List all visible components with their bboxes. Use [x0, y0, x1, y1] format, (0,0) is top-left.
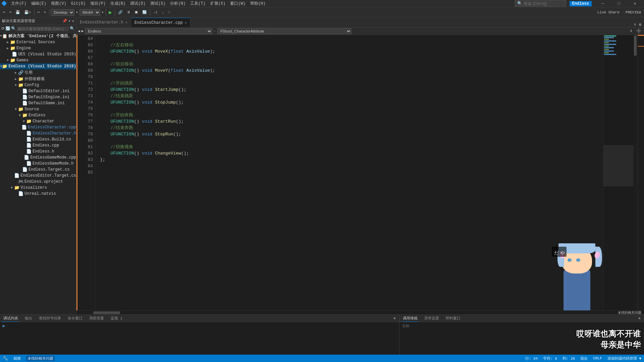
live-share-btn[interactable]: Live Share: [596, 9, 621, 15]
nav-btn2[interactable]: ➕: [635, 28, 643, 34]
tree-item[interactable]: 📄Unreal.natvis: [0, 191, 76, 197]
menu-file[interactable]: 文件(F): [9, 0, 29, 7]
menu-extensions[interactable]: 扩展(X): [208, 0, 228, 7]
tab-close-h[interactable]: ✕: [125, 20, 127, 24]
tab-settings-btn[interactable]: ⚙: [638, 22, 643, 27]
tree-item[interactable]: 📄EndlessCharacter.h: [0, 130, 76, 136]
tree-item[interactable]: ▶📁External Sources: [0, 39, 76, 45]
bottom-left-close[interactable]: ✕: [392, 316, 397, 321]
tree-item[interactable]: 📄Endless.h: [0, 148, 76, 155]
toolbar-save[interactable]: 💾: [14, 9, 22, 15]
tab-callstack[interactable]: 调用堆栈: [401, 315, 419, 322]
tree-item[interactable]: ▼📁Source: [0, 106, 76, 112]
tab-watch[interactable]: 监视 1: [109, 315, 124, 321]
tab-exceptions[interactable]: 异常设置: [423, 315, 440, 321]
tree-item[interactable]: 📄Endless.cpp: [0, 142, 76, 148]
scrollbar-thumb[interactable]: [634, 36, 637, 56]
tree-item[interactable]: 📄EndlessCharacter.cpp: [0, 124, 76, 130]
tab-action-btn[interactable]: ⬇: [633, 22, 638, 27]
tree-item[interactable]: ▼📁Endless (Visual Studio 2019): [0, 63, 76, 69]
menu-build[interactable]: 生成(B): [108, 0, 128, 7]
h-scrollbar-thumb[interactable]: [93, 311, 120, 314]
toolbar-sync[interactable]: ⟳: [1, 26, 5, 31]
menu-help[interactable]: 帮助(H): [248, 0, 268, 7]
toolbar-btn1[interactable]: ⏸: [125, 9, 132, 15]
tree-item[interactable]: ▶📁外部依赖项: [0, 76, 76, 82]
tree-item[interactable]: ▶📁Engine: [0, 45, 76, 51]
nav-back[interactable]: ◀: [78, 29, 80, 33]
toolbar-btn3[interactable]: 🔄: [141, 9, 149, 15]
tree-item[interactable]: 📄EndlessGameMode.h: [0, 161, 76, 167]
menu-analyze[interactable]: 分析(N): [168, 0, 187, 7]
search-input[interactable]: [524, 1, 564, 6]
menu-git[interactable]: Git(G): [69, 1, 88, 7]
toolbar-save-all[interactable]: 💾+: [22, 9, 33, 15]
menu-project[interactable]: 项目(P): [88, 0, 108, 7]
status-add-to-source[interactable]: 添加到源代码管理 ▼: [607, 356, 641, 361]
tab-find-results[interactable]: 查找符号结果: [38, 315, 62, 321]
pin-icon[interactable]: 📌: [62, 19, 67, 23]
toolbar-filter[interactable]: 🔍: [11, 26, 16, 31]
menu-debug[interactable]: 调试(D): [128, 0, 148, 7]
close-panel-icon[interactable]: ✕: [72, 19, 74, 23]
tab-immediate[interactable]: 即时窗口: [444, 315, 462, 321]
tree-item[interactable]: 📄Endless.Target.cs: [0, 167, 76, 173]
toolbar-step-over[interactable]: →|: [152, 9, 159, 15]
search-icon[interactable]: 🔍: [70, 26, 75, 31]
minimize-button[interactable]: ─: [595, 0, 610, 7]
code-content[interactable]: //左右移动 UFUNCTION() void MoveX(float Axis…: [96, 35, 603, 310]
nav-dropdown-left[interactable]: Endless: [85, 28, 212, 34]
preview-btn[interactable]: PREVIEW: [624, 9, 643, 15]
arrow-icon[interactable]: ▾: [68, 19, 71, 23]
toolbar-step-out[interactable]: ↑: [166, 9, 172, 15]
tab-header-cpp[interactable]: EndlessCharacter.cpp ✕: [131, 18, 191, 27]
tree-item[interactable]: 📄EndlessGameMode.cpp: [0, 155, 76, 161]
toolbar-forward[interactable]: ➡: [8, 9, 13, 15]
menu-test[interactable]: 测试(S): [148, 0, 168, 7]
maximize-button[interactable]: □: [611, 0, 627, 7]
tree-item[interactable]: 📄DefaultEngine.ini: [0, 94, 76, 100]
play-button[interactable]: ▶: [107, 8, 113, 16]
nav-forward[interactable]: ▶: [82, 29, 84, 33]
editor-scrollbar[interactable]: [633, 35, 637, 310]
tree-item[interactable]: ▼📁Character: [0, 118, 76, 124]
tree-item[interactable]: ▼📋解决方案 'Endless'(2 个项目, 共 2 个): [0, 33, 76, 39]
tree-item[interactable]: 📄Endless.Build.cs: [0, 136, 76, 142]
tab-debug-list[interactable]: 调试列表: [2, 315, 19, 322]
toolbar-step-into[interactable]: ↓: [160, 9, 166, 15]
search-box[interactable]: 🔍: [515, 0, 566, 7]
tree-item[interactable]: ▼📁Visualizers: [0, 185, 76, 191]
explorer-search[interactable]: [17, 26, 69, 31]
toolbar-refresh[interactable]: 🔃: [5, 26, 10, 31]
tree-item[interactable]: ▼📁Config: [0, 82, 76, 88]
tree-item[interactable]: ▶🔗引用: [0, 69, 76, 76]
menu-tools[interactable]: 工具(T): [188, 0, 208, 7]
tree-item[interactable]: ▼📁Games: [0, 57, 76, 63]
tree-item[interactable]: 🎮Endless.uproject: [0, 179, 76, 185]
menu-window[interactable]: 窗口(W): [228, 0, 248, 7]
code-editor[interactable]: 6465666768697071727374757677787980818283…: [76, 35, 644, 310]
tree-item[interactable]: 📄UE5 (Visual Studio 2019): [0, 51, 76, 57]
bottom-right-close[interactable]: ✕: [637, 316, 642, 321]
tab-command[interactable]: 命令窗口: [66, 315, 84, 321]
close-button[interactable]: ✕: [627, 0, 643, 7]
menu-edit[interactable]: 编辑(E): [29, 0, 49, 7]
tree-item[interactable]: 📄EndlessEditor.Target.cs: [0, 173, 76, 179]
toolbar-back[interactable]: ⬅: [1, 9, 7, 15]
toolbar-attach[interactable]: 🔗: [116, 9, 124, 15]
tree-item[interactable]: 📄DefaultGame.ini: [0, 100, 76, 106]
nav-dropdown-right[interactable]: FStruct_CharacterAttribute: [217, 28, 352, 34]
nav-btn1[interactable]: ⬇: [629, 28, 634, 34]
tab-close-cpp[interactable]: ✕: [185, 21, 187, 25]
config-dropdown[interactable]: Develop: [51, 9, 74, 16]
toolbar-btn2[interactable]: ⏹: [133, 9, 140, 15]
horizontal-scrollbar[interactable]: 未找到相关问题: [76, 310, 644, 314]
tab-locals[interactable]: 局部变量: [88, 315, 105, 321]
tab-output[interactable]: 输出: [23, 315, 34, 321]
tree-item[interactable]: 📄DefaultEditor.ini: [0, 88, 76, 94]
menu-view[interactable]: 视图(V): [49, 0, 68, 7]
toolbar-undo[interactable]: ↩: [36, 9, 42, 15]
tab-header-h[interactable]: EndlessCharacter.h ✕: [76, 18, 131, 27]
platform-dropdown[interactable]: Win64: [79, 9, 100, 16]
toolbar-redo[interactable]: ↪: [42, 9, 48, 15]
